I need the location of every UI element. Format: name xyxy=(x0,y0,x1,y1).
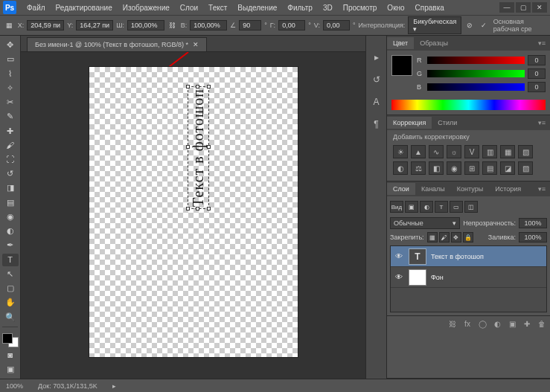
history-tab[interactable]: История xyxy=(489,183,527,195)
fg-color[interactable] xyxy=(2,333,13,344)
swatches-tab[interactable]: Образцы xyxy=(414,37,454,49)
menu-layers[interactable]: Слои xyxy=(176,2,202,13)
skew-v-field[interactable] xyxy=(323,20,350,30)
skew-h-field[interactable] xyxy=(278,20,305,30)
canvas-document[interactable]: Текст в фотошоп xyxy=(89,67,298,357)
r-slider[interactable] xyxy=(427,57,525,64)
menu-image[interactable]: Изображение xyxy=(118,2,174,13)
type-tool[interactable]: T xyxy=(2,254,19,266)
exposure-icon[interactable]: ☼ xyxy=(447,145,461,158)
minimize-button[interactable]: — xyxy=(499,2,514,13)
menu-filter[interactable]: Фильтр xyxy=(283,2,317,13)
link-layers-icon[interactable]: ⛓ xyxy=(446,318,459,330)
eyedropper-tool[interactable]: ✎ xyxy=(2,110,19,123)
delete-layer-icon[interactable]: 🗑 xyxy=(535,318,549,330)
filter-type-icon[interactable]: T xyxy=(435,201,448,213)
hue-strip[interactable] xyxy=(391,100,546,110)
levels-icon[interactable]: ▲ xyxy=(411,145,426,158)
stamp-tool[interactable]: ⛶ xyxy=(2,153,19,166)
channels-tab[interactable]: Каналы xyxy=(415,183,451,195)
styles-tab[interactable]: Стили xyxy=(432,117,463,129)
panel-menu-icon[interactable]: ▾≡ xyxy=(534,39,550,47)
lock-trans-icon[interactable]: ▦ xyxy=(427,232,438,242)
new-adjustment-icon[interactable]: ◐ xyxy=(490,318,504,330)
canvas-viewport[interactable]: Текст в фотошоп xyxy=(21,52,365,379)
link-icon[interactable]: ⛓ xyxy=(167,19,178,32)
panel-menu-icon[interactable]: ▾≡ xyxy=(534,119,550,126)
pen-tool[interactable]: ✒ xyxy=(2,239,19,251)
history-panel-icon[interactable]: ↺ xyxy=(370,73,383,86)
shape-tool[interactable]: ▢ xyxy=(2,282,19,295)
vibrance-icon[interactable]: V xyxy=(464,145,479,158)
fx-icon[interactable]: fx xyxy=(461,318,474,330)
color-tab[interactable]: Цвет xyxy=(387,37,414,49)
menu-select[interactable]: Выделение xyxy=(233,2,281,13)
b-slider[interactable] xyxy=(427,83,525,91)
invert-icon[interactable]: ◪ xyxy=(500,161,515,175)
posterize-icon[interactable]: ▨ xyxy=(518,161,533,175)
filter-kind[interactable]: Вид xyxy=(390,201,403,213)
hand-tool[interactable]: ✋ xyxy=(2,296,19,309)
mask-icon[interactable]: ◯ xyxy=(476,318,489,330)
misc-icon[interactable]: ▥ xyxy=(482,145,497,158)
menu-text[interactable]: Текст xyxy=(204,2,231,13)
zoom-level[interactable]: 100% xyxy=(6,382,23,390)
zoom-tool[interactable]: 🔍 xyxy=(2,310,19,323)
fill-field[interactable]: 100% xyxy=(519,232,547,242)
g-value[interactable]: 0 xyxy=(528,68,546,79)
transform-ref-icon[interactable]: ▦ xyxy=(4,19,15,32)
colorbalance-icon[interactable]: ⚖ xyxy=(411,161,426,175)
new-group-icon[interactable]: ▣ xyxy=(505,318,519,330)
marquee-tool[interactable]: ▭ xyxy=(2,53,19,65)
status-arrow-icon[interactable]: ▸ xyxy=(112,382,116,390)
filter-adjust-icon[interactable]: ◐ xyxy=(420,201,433,213)
wand-tool[interactable]: ✧ xyxy=(2,82,19,94)
doc-info[interactable]: Док: 703,1K/131,5K xyxy=(38,382,97,390)
character-panel-icon[interactable]: A xyxy=(370,95,383,109)
layer-item-background[interactable]: 👁 Фон xyxy=(391,267,546,288)
dodge-tool[interactable]: ◐ xyxy=(2,225,19,237)
brightness-icon[interactable]: ☀ xyxy=(393,145,408,158)
g-slider[interactable] xyxy=(427,70,525,77)
eraser-tool[interactable]: ◨ xyxy=(2,181,19,194)
y-field[interactable] xyxy=(76,20,113,30)
paragraph-panel-icon[interactable]: ¶ xyxy=(370,118,383,131)
move-tool[interactable]: ✥ xyxy=(2,39,19,51)
layer-item-text[interactable]: 👁 T Текст в фотошоп xyxy=(391,246,546,267)
menu-help[interactable]: Справка xyxy=(411,2,449,13)
misc3-icon[interactable]: ▧ xyxy=(518,145,533,158)
close-tab-icon[interactable]: ✕ xyxy=(193,41,199,48)
layers-tab[interactable]: Слои xyxy=(387,183,415,195)
b-value[interactable]: 0 xyxy=(528,82,546,92)
filter-pixel-icon[interactable]: ▣ xyxy=(405,201,418,213)
opacity-field[interactable]: 100% xyxy=(519,218,547,228)
filter-shape-icon[interactable]: ▭ xyxy=(450,201,463,213)
blur-tool[interactable]: ◉ xyxy=(2,211,19,223)
interp-dropdown[interactable]: Бикубическая ▾ xyxy=(408,16,461,34)
paths-tab[interactable]: Контуры xyxy=(451,183,489,195)
x-field[interactable] xyxy=(27,20,64,30)
lock-pixels-icon[interactable]: 🖌 xyxy=(439,232,450,242)
quickmask-tool[interactable]: ◙ xyxy=(2,349,19,362)
lock-pos-icon[interactable]: ✥ xyxy=(451,232,461,242)
menu-file[interactable]: Файл xyxy=(22,2,50,13)
menu-window[interactable]: Окно xyxy=(383,2,409,13)
menu-view[interactable]: Просмотр xyxy=(339,2,382,13)
channelmixer-icon[interactable]: ⊞ xyxy=(464,161,479,175)
screenmode-tool[interactable]: ▣ xyxy=(2,363,19,376)
h-field[interactable] xyxy=(190,20,227,30)
angle-field[interactable] xyxy=(239,20,261,30)
visibility-icon[interactable]: 👁 xyxy=(394,252,404,260)
document-tab[interactable]: Без имени-1 @ 100% (Текст в фотошоп, RGB… xyxy=(27,37,207,51)
misc2-icon[interactable]: ▦ xyxy=(500,145,515,158)
visibility-icon[interactable]: 👁 xyxy=(394,273,404,281)
hue-icon[interactable]: ◐ xyxy=(393,161,408,175)
commit-transform-icon[interactable]: ✓ xyxy=(479,19,489,32)
color-swap[interactable] xyxy=(2,333,19,347)
curves-icon[interactable]: ∿ xyxy=(429,145,444,158)
menu-edit[interactable]: Редактирование xyxy=(51,2,117,13)
photofilter-icon[interactable]: ◉ xyxy=(447,161,461,175)
colorlookup-icon[interactable]: ▤ xyxy=(482,161,497,175)
r-value[interactable]: 0 xyxy=(528,55,546,65)
menu-3d[interactable]: 3D xyxy=(319,2,337,13)
